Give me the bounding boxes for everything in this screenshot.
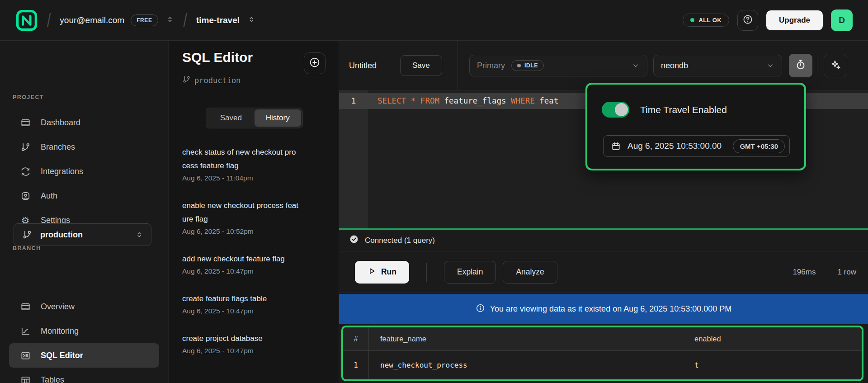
run-label: Run (381, 267, 396, 277)
history-item-title: add new checkout feature flag (182, 252, 299, 266)
toolbar-divider (458, 41, 458, 90)
time-travel-toggle-row: Time Travel Enabled (602, 102, 727, 118)
sql-icon (20, 350, 31, 361)
tab-saved[interactable]: Saved (208, 109, 255, 127)
sidebar-item-label: Auth (41, 191, 57, 201)
branch-selector-value: production (40, 230, 83, 240)
toolbar-divider (817, 53, 817, 78)
project-name[interactable]: time-travel (196, 15, 240, 25)
run-button[interactable]: Run (355, 261, 409, 284)
history-item-date: Aug 6, 2025 - 10:47pm (182, 347, 318, 355)
chevrons-up-down-icon (165, 15, 175, 26)
neon-logo-icon[interactable] (15, 9, 38, 32)
column-header-enabled: enabled (693, 335, 862, 343)
top-bar: / your@email.com FREE / time-travel ALL … (0, 0, 868, 41)
query-duration: 196ms (793, 268, 816, 277)
chevrons-up-down-icon (247, 15, 256, 26)
sidebar-item-monitoring[interactable]: Monitoring (9, 319, 159, 343)
dashboard-icon (20, 301, 31, 312)
history-item[interactable]: add new checkout feature flagAug 6, 2025… (182, 252, 318, 275)
analyze-button[interactable]: Analyze (503, 261, 557, 284)
sidebar-item-tables[interactable]: Tables (9, 368, 159, 383)
sql-keyword: SELECT (377, 96, 406, 105)
database-selector[interactable]: neondb (653, 55, 782, 76)
sidebar-item-overview[interactable]: Overview (9, 294, 159, 319)
datetime-value: Aug 6, 2025 10:53:00.00 (627, 141, 726, 151)
time-travel-datetime-input[interactable]: Aug 6, 2025 10:53:00.00 GMT +05:30 (603, 135, 790, 157)
actions-divider (426, 263, 427, 282)
stopwatch-icon (795, 59, 807, 72)
sidebar-item-label: Branches (41, 142, 75, 152)
results-body: 1new_checkout_processt (343, 351, 862, 379)
connection-status: Connected (1 query) (365, 236, 435, 245)
time-travel-button[interactable] (789, 54, 812, 77)
results-table: #feature_nameenabled 1new_checkout_proce… (341, 326, 863, 381)
ai-assist-button[interactable] (824, 54, 847, 77)
history-item[interactable]: create feature flags tableAug 6, 2025 - … (182, 292, 318, 315)
git-branch-icon (182, 75, 191, 85)
results-header-row: #feature_nameenabled (343, 327, 862, 351)
main-area: Untitled Save Primary IDLE neondb 1 (339, 41, 868, 383)
git-branch-icon (22, 230, 32, 240)
query-actions-bar: Run Explain Analyze 196ms 1 row (339, 251, 868, 293)
branch-selector[interactable]: production (14, 223, 151, 246)
database-name: neondb (661, 61, 688, 71)
query-tab-title[interactable]: Untitled (349, 41, 377, 90)
sql-keyword: * (411, 96, 416, 105)
time-travel-toggle-label: Time Travel Enabled (640, 104, 727, 115)
sql-text (406, 96, 411, 105)
play-icon (368, 267, 376, 278)
project-nav: DashboardBranchesIntegrationsAuth⚙Settin… (0, 110, 168, 232)
time-travel-toggle[interactable] (602, 102, 629, 118)
sidebar-item-dashboard[interactable]: Dashboard (9, 110, 159, 135)
status-dot-icon (690, 18, 694, 22)
history-item[interactable]: enable new checkout process feature flag… (182, 199, 318, 236)
history-list: check status of new checkout process fea… (182, 146, 318, 355)
upgrade-button[interactable]: Upgrade (766, 10, 823, 30)
sql-text: feature_flags (439, 96, 511, 105)
table-cell: t (693, 361, 862, 369)
sidebar-item-label: Tables (41, 375, 64, 383)
project-switcher[interactable] (247, 15, 256, 26)
account-email[interactable]: your@email.com (60, 15, 124, 25)
breadcrumb-separator: / (184, 10, 187, 31)
toggle-knob (615, 103, 628, 116)
project-section-heading: PROJECT (13, 94, 44, 100)
new-query-button[interactable] (304, 52, 326, 74)
sidebar-item-branches[interactable]: Branches (9, 135, 159, 159)
sparkles-icon (830, 59, 841, 72)
help-icon (742, 14, 753, 27)
status-badge[interactable]: ALL OK (683, 14, 729, 27)
history-item-date: Aug 6, 2025 - 10:52pm (182, 227, 318, 236)
calendar-icon (611, 141, 621, 151)
plan-badge: FREE (131, 14, 158, 26)
plus-circle-icon (309, 57, 321, 70)
line-number: 1 (339, 96, 368, 105)
sql-keyword: WHERE (511, 96, 535, 105)
history-item[interactable]: create project databaseAug 6, 2025 - 10:… (182, 332, 318, 355)
time-travel-banner: You are viewing data as it existed on Au… (339, 294, 868, 324)
tab-history[interactable]: History (255, 109, 302, 127)
sidebar-item-sql-editor[interactable]: SQL Editor (9, 343, 159, 368)
sidebar-item-auth[interactable]: Auth (9, 184, 159, 208)
topbar-right-group: ALL OK Upgrade D (683, 9, 853, 31)
account-switcher[interactable] (165, 15, 175, 26)
compute-selector[interactable]: Primary IDLE (469, 55, 647, 76)
history-item-title: enable new checkout process feature flag (182, 199, 299, 226)
check-circle-icon (349, 234, 359, 246)
status-label: ALL OK (698, 17, 722, 24)
avatar[interactable]: D (831, 9, 853, 31)
compute-status-badge: IDLE (511, 60, 544, 71)
history-item[interactable]: check status of new checkout process fea… (182, 146, 318, 182)
panel-branch-value: production (194, 76, 241, 85)
table-row[interactable]: 1new_checkout_processt (343, 351, 862, 379)
sql-query-text: SELECT * FROM feature_flags WHERE feat (368, 96, 558, 105)
compute-status: IDLE (524, 62, 538, 69)
save-button[interactable]: Save (400, 55, 442, 76)
help-button[interactable] (737, 10, 758, 31)
history-item-title: create project database (182, 332, 299, 345)
explain-button[interactable]: Explain (444, 261, 496, 284)
query-stats: 196ms 1 row (793, 268, 856, 277)
sidebar: PROJECT DashboardBranchesIntegrationsAut… (0, 41, 169, 383)
sidebar-item-integrations[interactable]: Integrations (9, 159, 159, 184)
